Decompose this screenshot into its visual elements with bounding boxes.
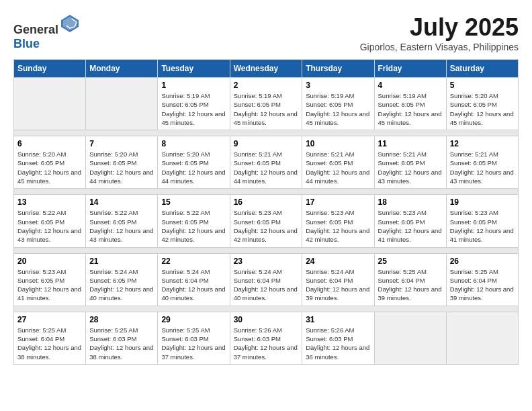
calendar-cell: 14Sunrise: 5:22 AMSunset: 6:05 PMDayligh…	[86, 195, 158, 247]
calendar-cell: 26Sunrise: 5:25 AMSunset: 6:04 PMDayligh…	[446, 253, 518, 306]
calendar-cell: 16Sunrise: 5:23 AMSunset: 6:05 PMDayligh…	[230, 195, 302, 247]
day-number: 16	[234, 197, 299, 207]
calendar-cell: 18Sunrise: 5:23 AMSunset: 6:05 PMDayligh…	[374, 195, 446, 247]
cell-info: Sunrise: 5:21 AMSunset: 6:05 PMDaylight:…	[450, 150, 515, 185]
calendar-cell: 2Sunrise: 5:19 AMSunset: 6:05 PMDaylight…	[230, 78, 302, 130]
cell-info: Sunrise: 5:19 AMSunset: 6:05 PMDaylight:…	[161, 91, 226, 127]
week-separator	[14, 130, 519, 136]
week-separator	[14, 189, 519, 195]
day-number: 17	[306, 197, 370, 207]
calendar-cell: 8Sunrise: 5:20 AMSunset: 6:05 PMDaylight…	[158, 136, 230, 189]
cell-info: Sunrise: 5:23 AMSunset: 6:05 PMDaylight:…	[378, 208, 443, 244]
calendar-week-row: 1Sunrise: 5:19 AMSunset: 6:05 PMDaylight…	[14, 78, 519, 130]
calendar-cell	[374, 312, 446, 364]
day-number: 1	[161, 81, 226, 90]
calendar-cell: 24Sunrise: 5:24 AMSunset: 6:04 PMDayligh…	[302, 253, 374, 306]
day-number: 31	[306, 315, 370, 324]
calendar-cell: 1Sunrise: 5:19 AMSunset: 6:05 PMDaylight…	[158, 78, 230, 130]
cell-info: Sunrise: 5:23 AMSunset: 6:05 PMDaylight:…	[17, 267, 82, 303]
day-number: 12	[450, 139, 515, 148]
cell-info: Sunrise: 5:24 AMSunset: 6:04 PMDaylight:…	[306, 267, 370, 303]
calendar-cell: 31Sunrise: 5:26 AMSunset: 6:03 PMDayligh…	[302, 312, 374, 364]
cell-info: Sunrise: 5:25 AMSunset: 6:03 PMDaylight:…	[161, 326, 226, 361]
cell-info: Sunrise: 5:25 AMSunset: 6:04 PMDaylight:…	[378, 267, 443, 303]
day-number: 20	[17, 257, 82, 266]
logo: General Blue	[13, 13, 80, 51]
day-number: 7	[89, 139, 154, 148]
day-number: 13	[17, 197, 82, 207]
day-number: 23	[234, 257, 299, 266]
month-year: July 2025	[360, 13, 519, 42]
calendar-cell: 23Sunrise: 5:24 AMSunset: 6:04 PMDayligh…	[230, 253, 302, 306]
logo-icon	[60, 13, 80, 34]
calendar-cell: 19Sunrise: 5:23 AMSunset: 6:05 PMDayligh…	[446, 195, 518, 247]
cell-info: Sunrise: 5:26 AMSunset: 6:03 PMDaylight:…	[306, 326, 370, 361]
cell-info: Sunrise: 5:21 AMSunset: 6:05 PMDaylight:…	[234, 150, 299, 185]
cell-info: Sunrise: 5:23 AMSunset: 6:05 PMDaylight:…	[234, 208, 299, 244]
day-number: 18	[378, 197, 443, 207]
calendar-week-row: 20Sunrise: 5:23 AMSunset: 6:05 PMDayligh…	[14, 253, 519, 306]
location: Giporlos, Eastern Visayas, Philippines	[360, 42, 519, 52]
cell-info: Sunrise: 5:22 AMSunset: 6:05 PMDaylight:…	[161, 208, 226, 244]
cell-info: Sunrise: 5:23 AMSunset: 6:05 PMDaylight:…	[306, 208, 370, 244]
cell-info: Sunrise: 5:24 AMSunset: 6:04 PMDaylight:…	[161, 267, 226, 303]
calendar-cell: 3Sunrise: 5:19 AMSunset: 6:05 PMDaylight…	[302, 78, 374, 130]
cell-info: Sunrise: 5:24 AMSunset: 6:04 PMDaylight:…	[234, 267, 299, 303]
cell-info: Sunrise: 5:19 AMSunset: 6:05 PMDaylight:…	[234, 91, 299, 127]
logo-blue-text: Blue	[13, 37, 40, 50]
week-separator	[14, 247, 519, 253]
calendar-week-row: 13Sunrise: 5:22 AMSunset: 6:05 PMDayligh…	[14, 195, 519, 247]
day-number: 28	[89, 315, 154, 324]
cell-info: Sunrise: 5:20 AMSunset: 6:05 PMDaylight:…	[17, 150, 82, 185]
calendar-cell	[14, 78, 86, 130]
cell-info: Sunrise: 5:20 AMSunset: 6:05 PMDaylight:…	[89, 150, 154, 185]
cell-info: Sunrise: 5:21 AMSunset: 6:05 PMDaylight:…	[378, 150, 443, 185]
day-number: 2	[234, 81, 299, 90]
calendar-day-header: Monday	[86, 60, 158, 78]
cell-info: Sunrise: 5:25 AMSunset: 6:04 PMDaylight:…	[17, 326, 82, 361]
cell-info: Sunrise: 5:20 AMSunset: 6:05 PMDaylight:…	[450, 91, 515, 127]
calendar-cell: 22Sunrise: 5:24 AMSunset: 6:04 PMDayligh…	[158, 253, 230, 306]
calendar-cell: 11Sunrise: 5:21 AMSunset: 6:05 PMDayligh…	[374, 136, 446, 189]
cell-info: Sunrise: 5:23 AMSunset: 6:05 PMDaylight:…	[450, 208, 515, 244]
cell-info: Sunrise: 5:19 AMSunset: 6:05 PMDaylight:…	[378, 91, 443, 127]
calendar-week-row: 27Sunrise: 5:25 AMSunset: 6:04 PMDayligh…	[14, 312, 519, 364]
cell-info: Sunrise: 5:25 AMSunset: 6:04 PMDaylight:…	[450, 267, 515, 303]
calendar-cell	[86, 78, 158, 130]
day-number: 3	[306, 81, 370, 90]
day-number: 5	[450, 81, 515, 90]
calendar-cell: 6Sunrise: 5:20 AMSunset: 6:05 PMDaylight…	[14, 136, 86, 189]
calendar-day-header: Tuesday	[158, 60, 230, 78]
day-number: 11	[378, 139, 443, 148]
day-number: 24	[306, 257, 370, 266]
logo-general-text: General	[13, 23, 58, 36]
calendar-cell: 12Sunrise: 5:21 AMSunset: 6:05 PMDayligh…	[446, 136, 518, 189]
title-block: July 2025 Giporlos, Eastern Visayas, Phi…	[360, 13, 519, 52]
calendar-day-header: Saturday	[446, 60, 518, 78]
calendar-cell: 20Sunrise: 5:23 AMSunset: 6:05 PMDayligh…	[14, 253, 86, 306]
calendar-cell: 28Sunrise: 5:25 AMSunset: 6:03 PMDayligh…	[86, 312, 158, 364]
page-header: General Blue July 2025 Giporlos, Eastern…	[13, 13, 519, 52]
calendar-cell	[446, 312, 518, 364]
calendar-cell: 10Sunrise: 5:21 AMSunset: 6:05 PMDayligh…	[302, 136, 374, 189]
day-number: 15	[161, 197, 226, 207]
calendar-cell: 7Sunrise: 5:20 AMSunset: 6:05 PMDaylight…	[86, 136, 158, 189]
day-number: 22	[161, 257, 226, 266]
day-number: 30	[234, 315, 299, 324]
day-number: 4	[378, 81, 443, 90]
day-number: 6	[17, 139, 82, 148]
day-number: 19	[450, 197, 515, 207]
calendar-cell: 9Sunrise: 5:21 AMSunset: 6:05 PMDaylight…	[230, 136, 302, 189]
day-number: 26	[450, 257, 515, 266]
calendar-cell: 27Sunrise: 5:25 AMSunset: 6:04 PMDayligh…	[14, 312, 86, 364]
day-number: 21	[89, 257, 154, 266]
cell-info: Sunrise: 5:22 AMSunset: 6:05 PMDaylight:…	[17, 208, 82, 244]
cell-info: Sunrise: 5:22 AMSunset: 6:05 PMDaylight:…	[89, 208, 154, 244]
calendar-table: SundayMondayTuesdayWednesdayThursdayFrid…	[13, 59, 519, 365]
calendar-day-header: Friday	[374, 60, 446, 78]
calendar-cell: 17Sunrise: 5:23 AMSunset: 6:05 PMDayligh…	[302, 195, 374, 247]
cell-info: Sunrise: 5:19 AMSunset: 6:05 PMDaylight:…	[306, 91, 370, 127]
calendar-cell: 15Sunrise: 5:22 AMSunset: 6:05 PMDayligh…	[158, 195, 230, 247]
day-number: 14	[89, 197, 154, 207]
calendar-day-header: Sunday	[14, 60, 86, 78]
